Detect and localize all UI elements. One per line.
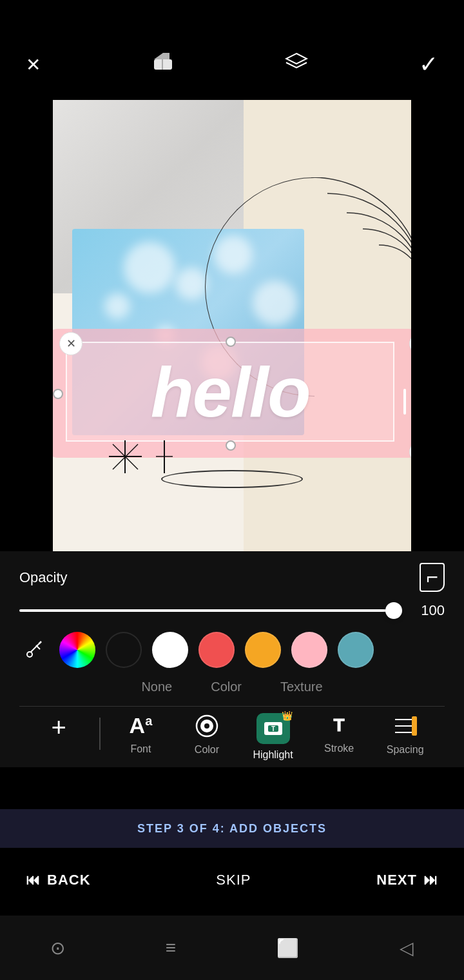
- svg-rect-1: [162, 59, 163, 70]
- back-icon: ⏮: [26, 872, 41, 888]
- svg-line-13: [39, 642, 41, 644]
- color-swatches-row: [19, 632, 445, 668]
- stroke-label: Stroke: [324, 743, 354, 754]
- color-label: Color: [195, 744, 219, 756]
- highlight-icon-container: T 👑: [256, 713, 290, 744]
- color-swatch-red[interactable]: [198, 632, 235, 668]
- next-label: NEXT: [376, 872, 417, 888]
- step-text: STEP 3 OF 4: ADD OBJECTS: [137, 822, 327, 836]
- color-swatch-white[interactable]: [152, 632, 188, 668]
- confirm-button[interactable]: ✓: [419, 51, 438, 78]
- color-swatch-teal[interactable]: [338, 632, 374, 668]
- delete-text-button[interactable]: ✕: [59, 332, 82, 355]
- opacity-value: 100: [412, 602, 445, 619]
- back-indicator-icon[interactable]: ◁: [400, 937, 414, 959]
- svg-rect-24: [412, 716, 417, 736]
- svg-line-12: [36, 645, 40, 649]
- eyedropper-button[interactable]: [19, 635, 49, 665]
- svg-point-16: [204, 723, 209, 729]
- step-indicator: STEP 3 OF 4: ADD OBJECTS: [0, 809, 464, 848]
- add-icon: +: [52, 713, 66, 742]
- color-icon-container: [194, 713, 220, 739]
- spacing-tool[interactable]: Spacing: [380, 713, 431, 756]
- color-tool[interactable]: Color: [181, 713, 233, 756]
- opacity-label: Opacity: [19, 569, 68, 586]
- highlight-tool[interactable]: T 👑 Highlight: [247, 713, 299, 761]
- corner-radius-icon[interactable]: ⌐: [420, 563, 445, 592]
- back-label: BACK: [47, 872, 91, 888]
- bottom-panel: Opacity ⌐ 100 None Color Texture: [0, 551, 464, 767]
- close-button[interactable]: ✕: [26, 54, 41, 75]
- opacity-row: Opacity ⌐: [19, 563, 445, 592]
- spacing-icon: [392, 713, 418, 739]
- spacing-icon-container: [392, 713, 418, 739]
- svg-point-10: [27, 652, 32, 657]
- home-indicator-icon[interactable]: ⊙: [50, 937, 65, 959]
- tab-color[interactable]: Color: [211, 680, 242, 694]
- tab-texture[interactable]: Texture: [280, 680, 323, 694]
- recents-indicator-icon[interactable]: ⬜: [276, 937, 299, 959]
- svg-text:T: T: [334, 715, 345, 735]
- sparkle-decoration-2: [155, 439, 174, 477]
- svg-marker-3: [286, 54, 307, 64]
- eraser-icon[interactable]: [151, 50, 175, 79]
- stroke-icon: T: [327, 713, 351, 738]
- color-wheel-button[interactable]: [59, 632, 95, 668]
- spacing-label: Spacing: [387, 744, 424, 756]
- font-icon: Aa: [130, 713, 153, 738]
- canvas-area: hello ✕ ↻ ↗: [53, 100, 411, 551]
- color-swatch-yellow[interactable]: [245, 632, 281, 668]
- resize-handle-bottom[interactable]: [226, 440, 236, 451]
- hello-text: hello: [151, 351, 310, 433]
- opacity-slider[interactable]: [19, 609, 402, 612]
- editor-toolbar: ✕ ✓: [0, 39, 464, 90]
- stroke-tool[interactable]: T Stroke: [313, 713, 365, 754]
- color-swatch-black[interactable]: [106, 632, 142, 668]
- text-tools-bar: + Aa Font Color: [19, 706, 445, 761]
- sparkle-decoration: [108, 439, 143, 477]
- next-button[interactable]: NEXT ⏭: [376, 872, 438, 888]
- layers-icon[interactable]: [285, 51, 308, 79]
- svg-line-11: [31, 644, 39, 652]
- resize-handle-right-line[interactable]: [403, 389, 406, 415]
- stroke-icon-container: T: [327, 713, 351, 738]
- svg-text:T: T: [271, 725, 275, 732]
- resize-handle-top[interactable]: [226, 337, 236, 347]
- font-tool[interactable]: Aa Font: [115, 713, 166, 755]
- add-tool[interactable]: +: [33, 713, 84, 742]
- svg-marker-2: [154, 53, 169, 59]
- tool-divider: [99, 718, 101, 750]
- menu-indicator-icon[interactable]: ≡: [166, 937, 176, 958]
- font-label: Font: [130, 743, 151, 755]
- tab-none[interactable]: None: [141, 680, 172, 694]
- opacity-slider-row: 100: [19, 602, 445, 619]
- text-element-box[interactable]: hello: [66, 342, 394, 442]
- oval-decoration: [161, 470, 303, 488]
- back-button[interactable]: ⏮ BACK: [26, 872, 91, 888]
- navigation-bar: ⏮ BACK SKIP NEXT ⏭: [0, 848, 464, 912]
- style-tabs: None Color Texture: [19, 680, 445, 694]
- system-navigation: ⊙ ≡ ⬜ ◁: [0, 916, 464, 980]
- skip-button[interactable]: SKIP: [216, 872, 251, 888]
- font-icon-container: Aa: [130, 713, 153, 738]
- highlight-label: Highlight: [253, 749, 293, 761]
- opacity-slider-thumb[interactable]: [385, 602, 402, 619]
- next-icon: ⏭: [423, 872, 438, 888]
- resize-handle-left[interactable]: [53, 389, 63, 399]
- color-swatch-pink[interactable]: [291, 632, 327, 668]
- color-icon: [194, 713, 220, 739]
